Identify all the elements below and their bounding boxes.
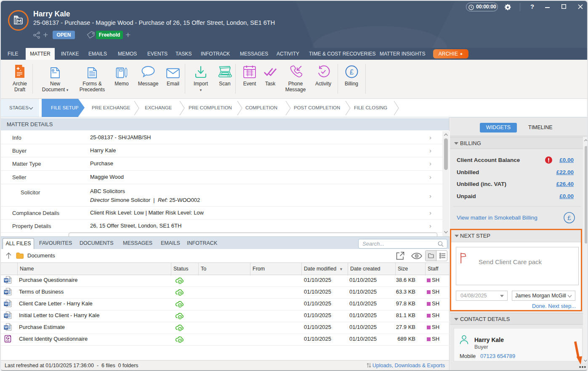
svg-text:£: £	[349, 68, 354, 76]
svg-text:£: £	[567, 214, 571, 221]
